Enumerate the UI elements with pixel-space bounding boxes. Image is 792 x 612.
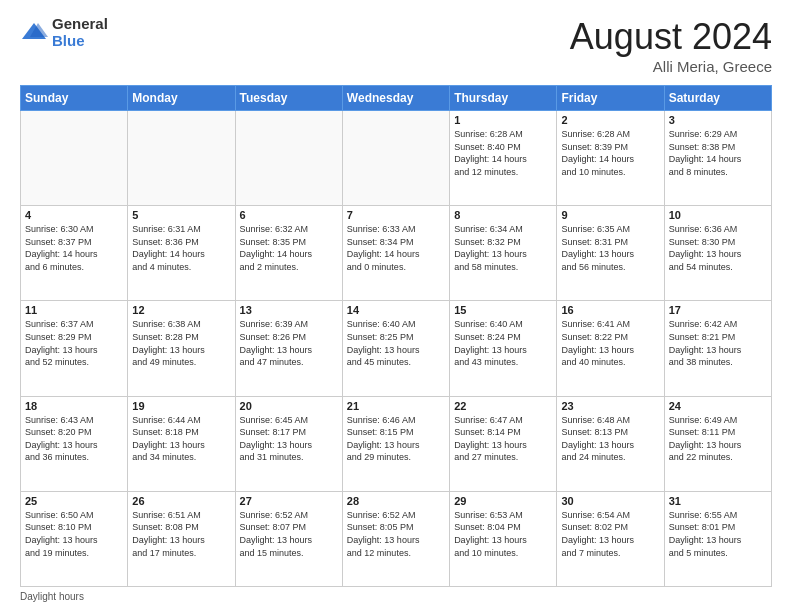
logo-icon	[20, 19, 48, 47]
table-row: 17Sunrise: 6:42 AMSunset: 8:21 PMDayligh…	[664, 301, 771, 396]
header-sunday: Sunday	[21, 86, 128, 111]
day-info: Sunrise: 6:32 AMSunset: 8:35 PMDaylight:…	[240, 223, 338, 273]
table-row: 20Sunrise: 6:45 AMSunset: 8:17 PMDayligh…	[235, 396, 342, 491]
day-info: Sunrise: 6:45 AMSunset: 8:17 PMDaylight:…	[240, 414, 338, 464]
day-info: Sunrise: 6:42 AMSunset: 8:21 PMDaylight:…	[669, 318, 767, 368]
day-info: Sunrise: 6:46 AMSunset: 8:15 PMDaylight:…	[347, 414, 445, 464]
day-number: 15	[454, 304, 552, 316]
header-saturday: Saturday	[664, 86, 771, 111]
day-info: Sunrise: 6:52 AMSunset: 8:05 PMDaylight:…	[347, 509, 445, 559]
table-row	[21, 111, 128, 206]
day-number: 31	[669, 495, 767, 507]
table-row: 23Sunrise: 6:48 AMSunset: 8:13 PMDayligh…	[557, 396, 664, 491]
day-info: Sunrise: 6:34 AMSunset: 8:32 PMDaylight:…	[454, 223, 552, 273]
calendar-table: Sunday Monday Tuesday Wednesday Thursday…	[20, 85, 772, 587]
day-info: Sunrise: 6:43 AMSunset: 8:20 PMDaylight:…	[25, 414, 123, 464]
day-number: 14	[347, 304, 445, 316]
table-row: 28Sunrise: 6:52 AMSunset: 8:05 PMDayligh…	[342, 491, 449, 586]
day-number: 2	[561, 114, 659, 126]
table-row: 18Sunrise: 6:43 AMSunset: 8:20 PMDayligh…	[21, 396, 128, 491]
header-monday: Monday	[128, 86, 235, 111]
day-info: Sunrise: 6:36 AMSunset: 8:30 PMDaylight:…	[669, 223, 767, 273]
table-row: 22Sunrise: 6:47 AMSunset: 8:14 PMDayligh…	[450, 396, 557, 491]
table-row: 7Sunrise: 6:33 AMSunset: 8:34 PMDaylight…	[342, 206, 449, 301]
table-row: 26Sunrise: 6:51 AMSunset: 8:08 PMDayligh…	[128, 491, 235, 586]
header-friday: Friday	[557, 86, 664, 111]
table-row: 14Sunrise: 6:40 AMSunset: 8:25 PMDayligh…	[342, 301, 449, 396]
day-number: 8	[454, 209, 552, 221]
day-info: Sunrise: 6:30 AMSunset: 8:37 PMDaylight:…	[25, 223, 123, 273]
day-number: 17	[669, 304, 767, 316]
calendar-week-row: 4Sunrise: 6:30 AMSunset: 8:37 PMDaylight…	[21, 206, 772, 301]
footer: Daylight hours	[20, 591, 772, 602]
day-number: 4	[25, 209, 123, 221]
table-row: 2Sunrise: 6:28 AMSunset: 8:39 PMDaylight…	[557, 111, 664, 206]
day-info: Sunrise: 6:47 AMSunset: 8:14 PMDaylight:…	[454, 414, 552, 464]
month-title: August 2024	[570, 16, 772, 58]
day-info: Sunrise: 6:50 AMSunset: 8:10 PMDaylight:…	[25, 509, 123, 559]
table-row: 3Sunrise: 6:29 AMSunset: 8:38 PMDaylight…	[664, 111, 771, 206]
day-info: Sunrise: 6:31 AMSunset: 8:36 PMDaylight:…	[132, 223, 230, 273]
table-row: 9Sunrise: 6:35 AMSunset: 8:31 PMDaylight…	[557, 206, 664, 301]
day-info: Sunrise: 6:54 AMSunset: 8:02 PMDaylight:…	[561, 509, 659, 559]
weekday-header-row: Sunday Monday Tuesday Wednesday Thursday…	[21, 86, 772, 111]
day-info: Sunrise: 6:52 AMSunset: 8:07 PMDaylight:…	[240, 509, 338, 559]
day-info: Sunrise: 6:28 AMSunset: 8:39 PMDaylight:…	[561, 128, 659, 178]
day-info: Sunrise: 6:41 AMSunset: 8:22 PMDaylight:…	[561, 318, 659, 368]
table-row: 11Sunrise: 6:37 AMSunset: 8:29 PMDayligh…	[21, 301, 128, 396]
logo-blue-text: Blue	[52, 33, 108, 50]
table-row: 30Sunrise: 6:54 AMSunset: 8:02 PMDayligh…	[557, 491, 664, 586]
day-number: 20	[240, 400, 338, 412]
day-number: 22	[454, 400, 552, 412]
calendar-week-row: 25Sunrise: 6:50 AMSunset: 8:10 PMDayligh…	[21, 491, 772, 586]
location-title: Alli Meria, Greece	[570, 58, 772, 75]
header-tuesday: Tuesday	[235, 86, 342, 111]
table-row: 25Sunrise: 6:50 AMSunset: 8:10 PMDayligh…	[21, 491, 128, 586]
table-row: 5Sunrise: 6:31 AMSunset: 8:36 PMDaylight…	[128, 206, 235, 301]
day-number: 25	[25, 495, 123, 507]
table-row: 6Sunrise: 6:32 AMSunset: 8:35 PMDaylight…	[235, 206, 342, 301]
day-info: Sunrise: 6:37 AMSunset: 8:29 PMDaylight:…	[25, 318, 123, 368]
table-row: 31Sunrise: 6:55 AMSunset: 8:01 PMDayligh…	[664, 491, 771, 586]
calendar-week-row: 1Sunrise: 6:28 AMSunset: 8:40 PMDaylight…	[21, 111, 772, 206]
header-thursday: Thursday	[450, 86, 557, 111]
table-row: 8Sunrise: 6:34 AMSunset: 8:32 PMDaylight…	[450, 206, 557, 301]
table-row: 16Sunrise: 6:41 AMSunset: 8:22 PMDayligh…	[557, 301, 664, 396]
table-row: 15Sunrise: 6:40 AMSunset: 8:24 PMDayligh…	[450, 301, 557, 396]
day-number: 19	[132, 400, 230, 412]
table-row: 29Sunrise: 6:53 AMSunset: 8:04 PMDayligh…	[450, 491, 557, 586]
day-number: 10	[669, 209, 767, 221]
day-number: 9	[561, 209, 659, 221]
day-info: Sunrise: 6:40 AMSunset: 8:25 PMDaylight:…	[347, 318, 445, 368]
day-number: 6	[240, 209, 338, 221]
table-row	[128, 111, 235, 206]
day-info: Sunrise: 6:40 AMSunset: 8:24 PMDaylight:…	[454, 318, 552, 368]
day-number: 5	[132, 209, 230, 221]
day-number: 27	[240, 495, 338, 507]
day-info: Sunrise: 6:55 AMSunset: 8:01 PMDaylight:…	[669, 509, 767, 559]
day-number: 3	[669, 114, 767, 126]
day-info: Sunrise: 6:48 AMSunset: 8:13 PMDaylight:…	[561, 414, 659, 464]
day-number: 30	[561, 495, 659, 507]
table-row: 21Sunrise: 6:46 AMSunset: 8:15 PMDayligh…	[342, 396, 449, 491]
table-row: 27Sunrise: 6:52 AMSunset: 8:07 PMDayligh…	[235, 491, 342, 586]
day-info: Sunrise: 6:38 AMSunset: 8:28 PMDaylight:…	[132, 318, 230, 368]
day-number: 16	[561, 304, 659, 316]
table-row: 10Sunrise: 6:36 AMSunset: 8:30 PMDayligh…	[664, 206, 771, 301]
day-number: 23	[561, 400, 659, 412]
calendar-week-row: 11Sunrise: 6:37 AMSunset: 8:29 PMDayligh…	[21, 301, 772, 396]
page: General Blue August 2024 Alli Meria, Gre…	[0, 0, 792, 612]
title-block: August 2024 Alli Meria, Greece	[570, 16, 772, 75]
day-info: Sunrise: 6:33 AMSunset: 8:34 PMDaylight:…	[347, 223, 445, 273]
day-number: 18	[25, 400, 123, 412]
table-row: 19Sunrise: 6:44 AMSunset: 8:18 PMDayligh…	[128, 396, 235, 491]
logo-text: General Blue	[52, 16, 108, 49]
table-row	[235, 111, 342, 206]
day-info: Sunrise: 6:51 AMSunset: 8:08 PMDaylight:…	[132, 509, 230, 559]
calendar-week-row: 18Sunrise: 6:43 AMSunset: 8:20 PMDayligh…	[21, 396, 772, 491]
day-number: 1	[454, 114, 552, 126]
table-row: 1Sunrise: 6:28 AMSunset: 8:40 PMDaylight…	[450, 111, 557, 206]
day-number: 29	[454, 495, 552, 507]
day-number: 12	[132, 304, 230, 316]
table-row	[342, 111, 449, 206]
